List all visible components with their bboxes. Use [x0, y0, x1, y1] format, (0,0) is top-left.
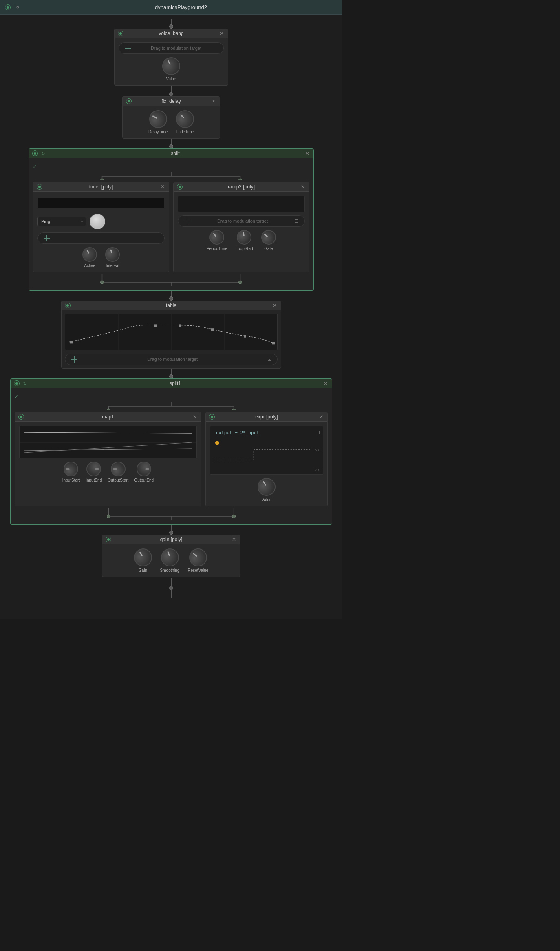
voice-bang-body: Drag to modulation target Value: [115, 38, 228, 85]
cp-3[interactable]: [179, 324, 181, 327]
connector-dot-5: [169, 531, 173, 535]
expr-title: expr [poly]: [217, 414, 316, 420]
split1-inner-row: map1 ✕: [15, 412, 328, 506]
wire-1: [171, 86, 172, 92]
fadetime-knob[interactable]: [172, 106, 198, 132]
resetvalue-knob[interactable]: [185, 545, 211, 570]
expr-y-bottom: -2.0: [314, 468, 320, 472]
connector-dot-4: [169, 374, 173, 378]
split1-close[interactable]: ✕: [323, 380, 329, 386]
connector-dot-bottom: [169, 586, 173, 590]
expr-info-icon: ℹ: [319, 431, 320, 435]
expr-y-top: 2.0: [315, 448, 320, 452]
cp-6[interactable]: [272, 342, 275, 344]
outputend-group: OutputEnd: [134, 462, 154, 482]
voice-bang-drag-bar[interactable]: Drag to modulation target: [119, 42, 224, 54]
split1-body: ⤢ map1 ✕: [11, 388, 332, 524]
expr-svg: [214, 446, 311, 474]
gain-close[interactable]: ✕: [231, 537, 237, 542]
app-title: dynamicsPlayground2: [24, 4, 337, 10]
timer-power[interactable]: [37, 184, 42, 190]
table-drag-bar[interactable]: Drag to modulation target ⊡: [65, 354, 278, 365]
split1-refresh[interactable]: ↻: [22, 380, 28, 386]
voice-bang-value-label: Value: [166, 77, 176, 81]
map1-title: map1: [26, 414, 190, 420]
split-title: split: [49, 150, 302, 156]
ramp2-drag-text: Drag to modulation target: [194, 219, 291, 223]
wire-3: [171, 291, 172, 296]
delaytime-group: DelayTime: [148, 110, 168, 134]
resetvalue-label: ResetValue: [187, 568, 208, 573]
active-knob[interactable]: [79, 244, 99, 264]
expr-power[interactable]: [209, 414, 215, 420]
app-power-button[interactable]: [5, 4, 11, 10]
table-canvas: [65, 314, 278, 350]
split1-power[interactable]: [14, 380, 20, 386]
expr-code-text: output = 2*input: [213, 428, 262, 438]
timer-toggle-knob[interactable]: [90, 214, 105, 229]
table-svg: [65, 314, 277, 350]
outputstart-knob[interactable]: [111, 462, 126, 476]
svg-line-25: [24, 442, 192, 453]
smoothing-knob[interactable]: [158, 546, 181, 569]
gate-knob[interactable]: [258, 227, 279, 248]
inner-modules-row: timer [poly] ✕ Ping ▾: [33, 182, 309, 272]
split1-branch-svg: [15, 402, 328, 410]
periodtime-group: PeriodTime: [207, 230, 227, 251]
loopstart-knob[interactable]: [236, 229, 253, 246]
app-refresh-button[interactable]: ↻: [15, 4, 20, 10]
ramp2-knobs-row: PeriodTime LoopStart Gate: [207, 230, 276, 251]
map1-power[interactable]: [18, 414, 24, 420]
periodtime-knob[interactable]: [207, 227, 227, 248]
timer-drag-bar[interactable]: [37, 232, 165, 244]
split1-expand[interactable]: ⤢: [15, 394, 18, 399]
inputstart-label: InputStart: [62, 478, 80, 482]
split-expand-icon[interactable]: ⤢: [33, 164, 37, 169]
cp-1[interactable]: [70, 341, 73, 343]
ramp2-close[interactable]: ✕: [300, 184, 306, 190]
voice-bang-value-knob[interactable]: [159, 54, 183, 78]
table-title: table: [73, 303, 269, 308]
interval-knob[interactable]: [103, 245, 122, 264]
wire-bottom: [171, 578, 172, 586]
inputend-knob[interactable]: [86, 462, 101, 476]
gain-power[interactable]: [106, 537, 111, 542]
split-power[interactable]: [32, 150, 38, 156]
split-module: ↻ split ✕ ⤢: [29, 148, 314, 291]
table-close[interactable]: ✕: [272, 303, 278, 308]
voice-bang-close[interactable]: ✕: [219, 31, 225, 36]
outputend-knob[interactable]: [137, 462, 151, 476]
voice-bang-value-knob-group: Value: [162, 57, 180, 81]
split-header: ↻ split ✕: [29, 149, 313, 158]
timer-body: Ping ▾ Active: [33, 192, 169, 272]
gain-knob[interactable]: [131, 545, 155, 570]
interval-group: Interval: [105, 247, 120, 268]
inputstart-knob[interactable]: [64, 462, 78, 476]
top-bar: ↻ dynamicsPlayground2: [0, 0, 342, 15]
map1-close[interactable]: ✕: [192, 414, 198, 420]
cp-2[interactable]: [154, 324, 157, 327]
expr-header: expr [poly] ✕: [206, 412, 327, 422]
expr-value-knob[interactable]: [254, 475, 279, 499]
expr-value-group: Value: [258, 478, 276, 502]
smoothing-label: Smoothing: [160, 568, 180, 573]
expr-close[interactable]: ✕: [318, 414, 324, 420]
delaytime-knob[interactable]: [146, 107, 170, 131]
voice-bang-power[interactable]: [118, 31, 123, 36]
split-refresh[interactable]: ↻: [40, 150, 46, 156]
cp-5[interactable]: [244, 335, 246, 338]
fix-delay-close[interactable]: ✕: [211, 98, 216, 104]
ramp2-drag-bar[interactable]: Drag to modulation target ⊡: [178, 215, 305, 227]
smoothing-knob-group: Smoothing: [160, 548, 180, 573]
gate-group: Gate: [261, 230, 276, 251]
timer-close[interactable]: ✕: [160, 184, 165, 190]
fix-delay-power[interactable]: [126, 98, 132, 104]
split1-header: ↻ split1 ✕: [11, 379, 332, 388]
expr-poly-module: expr [poly] ✕ output = 2*input ℹ: [205, 412, 328, 506]
expr-body: output = 2*input ℹ 2.0: [206, 422, 327, 506]
table-power[interactable]: [65, 303, 71, 308]
ramp2-power[interactable]: [177, 184, 183, 190]
timer-mode-dropdown[interactable]: Ping ▾: [37, 217, 86, 226]
split-close[interactable]: ✕: [304, 150, 310, 156]
cp-4[interactable]: [211, 328, 214, 331]
